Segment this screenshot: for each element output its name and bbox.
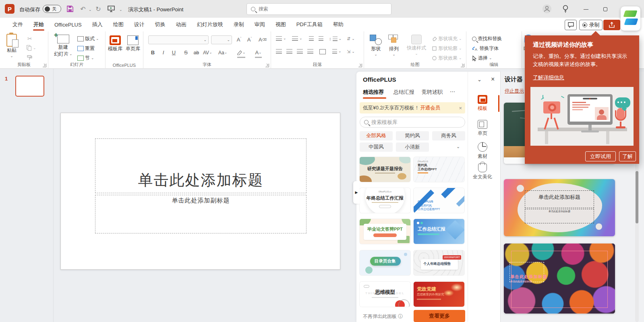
- reset-button[interactable]: 重置: [77, 45, 95, 52]
- drawing-dialog-launcher[interactable]: [461, 64, 464, 67]
- template-card[interactable]: OfficePLUS 蓝色简约风 工作总结通用PPT: [414, 188, 464, 213]
- smartart-button[interactable]: ⇲⌄: [347, 49, 355, 54]
- underline-button[interactable]: U: [170, 48, 178, 57]
- cut-button[interactable]: ✂: [27, 35, 32, 42]
- powerpoint-app-icon[interactable]: P: [5, 4, 14, 14]
- tab-pdf-tools[interactable]: PDF工具箱: [291, 18, 328, 31]
- find-replace-button[interactable]: 查找和替换: [472, 35, 502, 42]
- chip-minimal[interactable]: 简约风: [396, 131, 429, 140]
- template-card[interactable]: 个人年终总结报告 20XXREPORT: [414, 250, 464, 275]
- template-card[interactable]: 目录页合集: [360, 250, 410, 275]
- shape-effects-button[interactable]: 形状效果⌄: [432, 55, 462, 62]
- chevron-down-icon[interactable]: ⌄: [89, 8, 92, 12]
- tab-design[interactable]: 设计: [129, 18, 150, 31]
- change-case-button[interactable]: Aa⌄: [218, 48, 227, 57]
- font-name-combo[interactable]: ⌄: [148, 35, 209, 44]
- start-presentation-button[interactable]: [106, 4, 116, 14]
- account-button[interactable]: [542, 4, 552, 14]
- got-it-button[interactable]: 了解: [619, 151, 636, 161]
- panel-tab-more-icon[interactable]: ⋯: [450, 89, 456, 95]
- char-spacing-button[interactable]: AV⌄: [203, 48, 212, 57]
- strike-ab-button[interactable]: ab: [193, 48, 200, 57]
- arrange-button[interactable]: 排列 ⌄: [388, 35, 400, 56]
- template-card[interactable]: OfficePLUS.cn 年终总结工作汇报: [360, 188, 410, 213]
- select-button[interactable]: 选择⌄: [472, 55, 492, 62]
- title-placeholder[interactable]: 单击此处添加标题: [95, 138, 306, 193]
- popup-learn-more-link[interactable]: 了解详细信息: [533, 74, 564, 81]
- copy-button[interactable]: ⌄: [27, 45, 36, 51]
- save-button[interactable]: [65, 4, 75, 14]
- tab-officeplus[interactable]: OfficePLUS: [49, 18, 87, 31]
- template-card[interactable]: 党政党建 思想教育的作用探究: [414, 282, 464, 307]
- quick-styles-button[interactable]: 快速样式 ⌄: [407, 35, 426, 56]
- tab-insert[interactable]: 插入: [87, 18, 108, 31]
- strikethrough-button[interactable]: S: [182, 48, 190, 57]
- justify-button[interactable]: [307, 49, 313, 54]
- grow-font-button[interactable]: Aˆ: [235, 35, 243, 44]
- comments-button[interactable]: [565, 20, 577, 30]
- quick-access-chevron-icon[interactable]: ⌄: [119, 8, 122, 12]
- panel-collapse-button[interactable]: ▶: [353, 181, 360, 204]
- tab-transitions[interactable]: 切换: [150, 18, 171, 31]
- columns-button[interactable]: [319, 49, 326, 54]
- font-size-combo[interactable]: ⌄: [211, 35, 232, 44]
- section-button[interactable]: 节⌄: [77, 55, 94, 62]
- subtitle-placeholder[interactable]: 单击此处添加副标题: [95, 195, 306, 233]
- share-button[interactable]: [603, 20, 620, 30]
- designer-stop-link[interactable]: 停止显示: [505, 88, 524, 95]
- tab-review[interactable]: 审阅: [249, 18, 270, 31]
- tell-me-button[interactable]: [561, 4, 570, 14]
- bullets-button[interactable]: ⌄: [276, 36, 286, 41]
- banner-close-icon[interactable]: ×: [459, 105, 462, 111]
- page-library-button[interactable]: 单页库: [126, 35, 140, 52]
- format-painter-button[interactable]: [27, 55, 33, 61]
- paste-button[interactable]: 粘贴 ⌄: [6, 34, 17, 58]
- numbering-button[interactable]: ⌄: [292, 36, 302, 41]
- promo-banner[interactable]: 低至¥0.2/天享百万模板！ 开通会员 ×: [360, 102, 465, 114]
- align-center-button[interactable]: [286, 49, 292, 54]
- undo-button[interactable]: ↶: [78, 4, 88, 14]
- designer-scrollbar-thumb[interactable]: [636, 171, 638, 223]
- redo-button[interactable]: ↻: [93, 4, 103, 14]
- paragraph-dialog-launcher[interactable]: [358, 64, 362, 67]
- autosave-toggle[interactable]: 关: [43, 5, 61, 13]
- decrease-indent-button[interactable]: [309, 36, 314, 41]
- chip-chinese[interactable]: 中国风: [360, 142, 393, 152]
- line-spacing-button[interactable]: ↕⌄: [329, 36, 342, 41]
- rail-beautify[interactable]: 全文美化: [470, 163, 495, 180]
- template-card[interactable]: 毕业论文答辩PPT: [360, 219, 410, 244]
- rail-assets[interactable]: 素材: [470, 142, 495, 160]
- font-dialog-launcher[interactable]: [265, 64, 269, 67]
- chip-all-styles[interactable]: 全部风格: [360, 131, 393, 140]
- panel-tab-interview[interactable]: 竞聘述职: [422, 89, 443, 96]
- tab-record[interactable]: 录制: [228, 18, 249, 31]
- panel-chevron-icon[interactable]: ⌄: [477, 76, 482, 83]
- template-library-button[interactable]: 模板库: [108, 35, 122, 52]
- slide-canvas[interactable]: 单击此处添加标题 单击此处添加副标题: [60, 113, 340, 270]
- template-card[interactable]: OfficePLUS 简约风 工作总结PPT: [414, 157, 464, 182]
- rail-templates[interactable]: 模板: [470, 95, 495, 112]
- tab-draw[interactable]: 绘图: [108, 18, 129, 31]
- promo-cta-link[interactable]: 开通会员: [420, 105, 440, 111]
- template-card[interactable]: THINKING MODEL 思维模型: [360, 282, 410, 307]
- align-right-button[interactable]: [297, 49, 303, 54]
- layout-button[interactable]: 版式⌄: [77, 35, 99, 42]
- view-more-button[interactable]: 查看更多: [414, 310, 465, 322]
- replace-font-button[interactable]: A 替换字体: [472, 45, 499, 52]
- try-now-button[interactable]: 立即试用: [585, 151, 616, 161]
- align-text-button[interactable]: ⌄: [332, 49, 342, 54]
- shrink-font-button[interactable]: Aˇ: [246, 35, 253, 44]
- clear-format-button[interactable]: A⌫: [259, 35, 267, 44]
- record-button[interactable]: 录制: [579, 20, 603, 30]
- highlight-button[interactable]: ⌄: [237, 48, 246, 57]
- template-search-box[interactable]: 搜索模板库: [360, 117, 465, 128]
- chips-expand-chevron-icon[interactable]: ⌄: [456, 144, 460, 149]
- tab-home[interactable]: 开始: [28, 18, 49, 31]
- template-card[interactable]: 工作总结汇报: [414, 219, 464, 244]
- bold-button[interactable]: B: [149, 48, 157, 57]
- template-card[interactable]: 研究课题开题报告: [360, 157, 410, 182]
- panel-tab-summary[interactable]: 总结汇报: [393, 89, 414, 96]
- text-direction-button[interactable]: ⇵⌄: [347, 36, 355, 41]
- font-color-button[interactable]: A⌄: [255, 48, 262, 57]
- clipboard-dialog-launcher[interactable]: [43, 64, 46, 67]
